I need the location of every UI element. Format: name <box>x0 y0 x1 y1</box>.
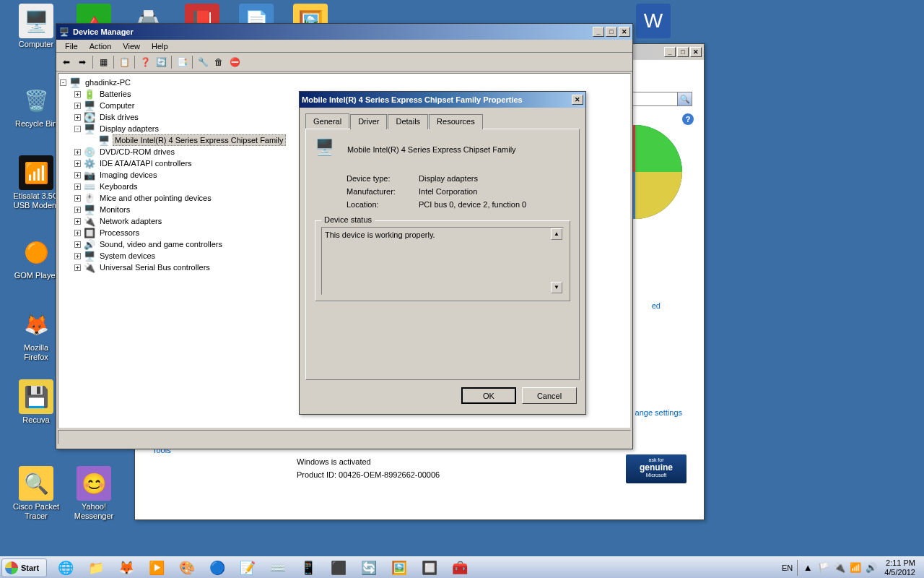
update-driver-icon[interactable]: 🔧 <box>196 55 210 69</box>
desktop-icon[interactable]: 🦊Mozilla Firefox <box>11 307 61 362</box>
close-button[interactable]: ✕ <box>690 47 702 57</box>
network-icon[interactable]: 📶 <box>850 562 861 574</box>
expand-icon[interactable]: + <box>74 207 81 213</box>
device-icon: 🔌 <box>84 215 95 227</box>
desktop-icon[interactable]: 🗑️Recycle Bin <box>11 83 61 129</box>
help-icon[interactable]: ❓ <box>138 55 152 69</box>
close-button[interactable]: ✕ <box>619 27 630 37</box>
device-properties-dialog[interactable]: Mobile Intel(R) 4 Series Express Chipset… <box>299 91 586 415</box>
properties-icon[interactable]: 📋 <box>117 55 131 69</box>
forward-icon[interactable]: ➡ <box>75 55 90 69</box>
maximize-button[interactable]: □ <box>677 47 689 57</box>
tool-icon[interactable]: 📑 <box>175 55 189 69</box>
disable-icon[interactable]: ⛔ <box>227 55 242 69</box>
tab-driver[interactable]: Driver <box>350 114 387 129</box>
toolbox-icon[interactable]: 🧰 <box>445 558 474 577</box>
expand-icon[interactable]: + <box>74 91 81 98</box>
minimize-button[interactable]: _ <box>664 47 676 57</box>
desktop-icon[interactable]: 😊Yahoo! Messenger <box>69 466 119 521</box>
tree-label: Computer <box>98 100 136 111</box>
scan-icon[interactable]: 🔄 <box>154 55 168 69</box>
clock[interactable]: 2:11 PM 4/5/2012 <box>881 558 918 577</box>
expand-icon[interactable]: - <box>74 126 81 132</box>
device-status-legend: Device status <box>321 215 375 224</box>
cancel-button[interactable]: Cancel <box>522 387 577 404</box>
calculator-icon[interactable]: 📱 <box>294 558 323 577</box>
expand-icon[interactable]: + <box>74 264 81 271</box>
menu-action[interactable]: Action <box>84 41 118 51</box>
expand-icon[interactable]: + <box>74 172 81 178</box>
expand-icon[interactable]: + <box>74 103 81 109</box>
link[interactable]: ed <box>652 301 661 310</box>
explorer-icon[interactable]: 📁 <box>82 558 110 577</box>
desktop-icon[interactable]: 🟠GOM Player <box>11 235 61 280</box>
expand-icon[interactable]: + <box>74 114 81 121</box>
scrollbar[interactable]: ▲ ▼ <box>551 228 562 293</box>
desktop-icon[interactable]: 🔍Cisco Packet Tracer <box>11 466 61 521</box>
link[interactable]: ange settings <box>635 408 682 417</box>
manufacturer-label: Manufacturer: <box>346 187 419 196</box>
tree-root[interactable]: -🖥️ghadinkz-PC <box>60 77 629 88</box>
menu-view[interactable]: View <box>117 41 146 51</box>
scroll-down-icon[interactable]: ▼ <box>551 282 562 293</box>
uninstall-icon[interactable]: 🗑 <box>212 55 226 69</box>
ok-button[interactable]: OK <box>461 387 516 404</box>
device-icon: ⌨️ <box>84 181 95 192</box>
expand-icon[interactable]: + <box>74 149 81 155</box>
expand-icon[interactable]: + <box>74 241 81 248</box>
close-button[interactable]: ✕ <box>572 95 583 105</box>
tree-label: Imaging devices <box>98 170 159 180</box>
maximize-button[interactable]: □ <box>606 27 617 37</box>
desktop-icon[interactable]: 🖥️Computer <box>11 4 61 49</box>
expand-icon[interactable]: + <box>74 253 81 259</box>
taskbar[interactable]: Start 🌐 📁 🦊 ▶️ 🎨 🔵 📝 ⌨️ 📱 ⬛ 🔄 🖼️ 🔲 🧰 EN … <box>0 556 924 578</box>
firefox-icon[interactable]: 🦊 <box>112 558 141 577</box>
minimize-button[interactable]: _ <box>593 27 604 37</box>
show-hidden-icon[interactable]: ▲ <box>802 562 814 574</box>
language-indicator[interactable]: EN <box>782 564 793 572</box>
titlebar[interactable]: Mobile Intel(R) 4 Series Express Chipset… <box>300 92 585 108</box>
utorrent-icon[interactable]: 🔄 <box>354 558 383 577</box>
control-panel-icon[interactable]: 🔲 <box>415 558 444 577</box>
dialog-title: Mobile Intel(R) 4 Series Express Chipset… <box>302 95 572 104</box>
cmd-icon[interactable]: ⬛ <box>324 558 353 577</box>
search-icon[interactable]: 🔍 <box>677 92 692 105</box>
desktop-icon[interactable]: 📶Etisalat 3.5G USB Modem <box>11 155 61 210</box>
tab-general[interactable]: General <box>305 113 349 129</box>
paint-icon[interactable]: 🎨 <box>173 558 201 577</box>
collapse-icon[interactable]: - <box>60 79 66 86</box>
device-icon: 📷 <box>84 169 95 181</box>
menu-help[interactable]: Help <box>146 41 174 51</box>
titlebar[interactable]: 🖥️ Device Manager _ □ ✕ <box>56 24 632 40</box>
back-icon[interactable]: ⬅ <box>59 55 74 69</box>
device-icon: 🖥️ <box>84 204 95 215</box>
help-icon[interactable]: ? <box>682 113 694 125</box>
keyboard-icon[interactable]: ⌨️ <box>263 558 292 577</box>
app-icon: 🖥️ <box>58 26 70 38</box>
device-status-text[interactable]: This device is working properly. ▲ ▼ <box>321 227 564 295</box>
expand-icon[interactable]: + <box>74 218 81 225</box>
start-button[interactable]: Start <box>1 558 47 577</box>
expand-icon[interactable]: + <box>74 195 81 202</box>
tab-resources[interactable]: Resources <box>429 114 483 129</box>
flag-icon[interactable]: 🏳️ <box>818 562 829 574</box>
scroll-up-icon[interactable]: ▲ <box>551 228 562 240</box>
menu-file[interactable]: File <box>59 41 84 51</box>
expand-icon[interactable]: + <box>74 160 81 167</box>
toolbar: ⬅ ➡ ▦ 📋 ❓ 🔄 📑 🔧 🗑 ⛔ <box>56 53 632 72</box>
show-hide-icon[interactable]: ▦ <box>96 55 110 69</box>
system-tray: EN ▲ 🏳️ 🔌 📶 🔊 2:11 PM 4/5/2012 <box>776 558 924 577</box>
expand-icon[interactable]: + <box>74 230 81 236</box>
media-player-icon[interactable]: ▶️ <box>142 558 171 577</box>
pictures-icon[interactable]: 🖼️ <box>385 558 414 577</box>
power-icon[interactable]: 🔌 <box>834 562 845 574</box>
notepad-icon[interactable]: 📝 <box>233 558 262 577</box>
desktop-icon[interactable]: W <box>628 4 679 40</box>
chrome-icon[interactable]: 🔵 <box>203 558 232 577</box>
location-label: Location: <box>346 200 419 209</box>
volume-icon[interactable]: 🔊 <box>866 562 877 574</box>
ie-icon[interactable]: 🌐 <box>51 558 80 577</box>
expand-icon[interactable]: + <box>74 184 81 190</box>
tab-details[interactable]: Details <box>388 114 428 129</box>
desktop-icon[interactable]: 💾Recuva <box>11 379 61 425</box>
